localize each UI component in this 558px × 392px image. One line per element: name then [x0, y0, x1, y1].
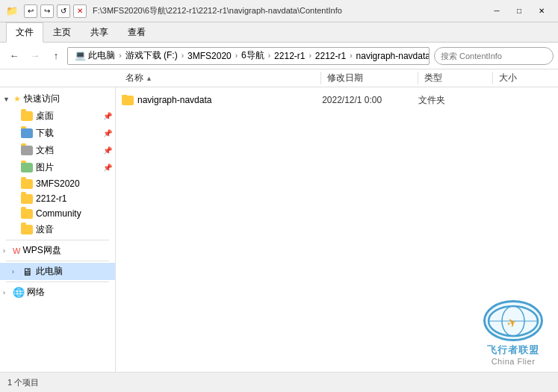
- minimize-btn[interactable]: ─: [486, 4, 507, 19]
- sort-arrow-name: ▲: [146, 75, 152, 82]
- pin-icon: 📌: [103, 164, 112, 172]
- crumb-r1a[interactable]: 2212-r1: [272, 50, 307, 62]
- ribbon: 文件 主页 共享 查看: [0, 22, 558, 43]
- pin-icon: 📌: [103, 112, 112, 120]
- logo-area: ✈ 飞行者联盟 China Flier: [483, 300, 543, 366]
- col-header-type[interactable]: 类型: [418, 72, 493, 84]
- folder-icon: [122, 96, 134, 105]
- status-bar: 1 个项目: [0, 372, 558, 392]
- sidebar-item-label: 2212-r1: [36, 193, 66, 204]
- crumb-drive[interactable]: 游戏下载 (F:): [123, 49, 180, 63]
- expand-arrow-quick: ▼: [3, 96, 10, 103]
- sidebar: ▼ ★ 快速访问 桌面 📌 下载 📌: [0, 87, 116, 372]
- folder-icon: [21, 163, 33, 172]
- folder-icon: [21, 111, 33, 121]
- title-path: F:\3MFS2020\6导航\2212-r1\2212-r1\navigrap…: [93, 5, 486, 16]
- sidebar-wps-header[interactable]: › W WPS网盘: [0, 242, 115, 259]
- sidebar-item-label: 文档: [36, 144, 54, 157]
- wps-label: WPS网盘: [22, 244, 61, 257]
- folder-icon: [21, 179, 33, 189]
- pin-icon: 📌: [103, 129, 112, 137]
- forward-history-btn[interactable]: ↪: [40, 4, 54, 18]
- folder-icon: [21, 194, 33, 204]
- delete-btn[interactable]: ✕: [73, 4, 87, 18]
- expand-arrow-network: ›: [3, 289, 10, 296]
- divider: [6, 281, 109, 282]
- logo-circle: ✈: [483, 300, 543, 341]
- status-text: 1 个项目: [7, 377, 39, 388]
- logo-text-english: China Flier: [492, 357, 536, 366]
- thispc-label: 此电脑: [36, 265, 63, 278]
- sidebar-item-label: 3MFS2020: [36, 178, 80, 189]
- forward-btn[interactable]: →: [25, 46, 45, 66]
- sidebar-item-3mfs2020[interactable]: 3MFS2020: [0, 176, 115, 191]
- sidebar-item-community[interactable]: Community: [0, 206, 115, 221]
- sidebar-section-quick-access: ▼ ★ 快速访问 桌面 📌 下载 📌: [0, 90, 115, 238]
- main-layout: ▼ ★ 快速访问 桌面 📌 下载 📌: [0, 87, 558, 372]
- file-date-cell: 2022/12/1 0:00: [322, 95, 418, 105]
- sidebar-item-label: Community: [36, 208, 81, 219]
- expand-arrow-wps: ›: [3, 247, 10, 255]
- sidebar-item-downloads[interactable]: 下载 📌: [0, 125, 115, 142]
- sidebar-section-network: › 🌐 网络: [0, 284, 115, 301]
- sidebar-section-wps: › W WPS网盘: [0, 242, 115, 259]
- folder-icon: [21, 128, 33, 138]
- logo-svg: ✈: [486, 302, 541, 340]
- sidebar-item-label: 图片: [36, 161, 54, 174]
- up-btn[interactable]: ↑: [46, 46, 66, 66]
- folder-icon: [21, 146, 33, 155]
- sidebar-item-label: 波音: [36, 223, 54, 236]
- quick-access-label: 快速访问: [24, 93, 60, 105]
- sidebar-quick-access-header[interactable]: ▼ ★ 快速访问: [0, 90, 115, 108]
- star-icon: ★: [13, 94, 21, 104]
- crumb-r1b[interactable]: 2212-r1: [313, 50, 348, 62]
- col-header-name[interactable]: 名称 ▲: [120, 72, 321, 84]
- tab-file[interactable]: 文件: [6, 22, 43, 43]
- crumb-6nav[interactable]: 6导航: [239, 49, 267, 63]
- pc-icon: 🖥: [22, 266, 33, 278]
- sidebar-item-desktop[interactable]: 桌面 📌: [0, 108, 115, 125]
- divider: [6, 261, 109, 261]
- address-bar[interactable]: 💻 此电脑 › 游戏下载 (F:) › 3MFS2020 › 6导航 › 221…: [67, 47, 430, 65]
- file-name-cell: navigraph-navdata: [122, 95, 322, 105]
- sidebar-item-label: 下载: [36, 127, 54, 140]
- network-icon: 🌐: [13, 287, 25, 298]
- network-label: 网络: [27, 286, 45, 299]
- window-controls: ─ □ ✕: [486, 4, 552, 19]
- sidebar-section-thispc: › 🖥 此电脑: [0, 263, 115, 280]
- logo-text-chinese: 飞行者联盟: [487, 343, 539, 357]
- tab-view[interactable]: 查看: [118, 22, 155, 42]
- svg-text:✈: ✈: [505, 315, 518, 330]
- crumb-navdata[interactable]: navigraph-navdata: [354, 50, 430, 62]
- sidebar-item-boyun[interactable]: 波音: [0, 221, 115, 238]
- sidebar-thispc-header[interactable]: › 🖥 此电脑: [0, 263, 115, 280]
- search-input[interactable]: [434, 47, 554, 65]
- folder-icon: [21, 225, 33, 234]
- crumb-3mfs[interactable]: 3MFS2020: [185, 50, 234, 62]
- nav-bar: ← → ↑ 💻 此电脑 › 游戏下载 (F:) › 3MFS2020 › 6导航…: [0, 43, 558, 69]
- col-header-size[interactable]: 大小: [493, 72, 553, 84]
- crumb-thispc[interactable]: 💻 此电脑: [72, 49, 117, 63]
- close-btn[interactable]: ✕: [531, 4, 552, 19]
- tab-home[interactable]: 主页: [43, 22, 81, 42]
- expand-arrow-thispc: ›: [12, 268, 19, 276]
- breadcrumb: 💻 此电脑 › 游戏下载 (F:) › 3MFS2020 › 6导航 › 221…: [72, 49, 430, 63]
- divider: [6, 240, 109, 240]
- wps-icon: W: [13, 246, 20, 255]
- undo-btn[interactable]: ↺: [57, 4, 70, 18]
- tab-share[interactable]: 共享: [81, 22, 118, 42]
- ribbon-tabs: 文件 主页 共享 查看: [0, 22, 558, 42]
- back-btn[interactable]: ←: [4, 46, 24, 66]
- file-type-cell: 文件夹: [418, 94, 492, 107]
- maximize-btn[interactable]: □: [509, 4, 530, 19]
- col-header-date[interactable]: 修改日期: [321, 72, 418, 84]
- sidebar-item-2212r1[interactable]: 2212-r1: [0, 191, 115, 206]
- sidebar-item-documents[interactable]: 文档 📌: [0, 142, 115, 159]
- back-history-btn[interactable]: ↩: [24, 4, 37, 18]
- column-headers: 名称 ▲ 修改日期 类型 大小: [0, 69, 558, 87]
- sidebar-network-header[interactable]: › 🌐 网络: [0, 284, 115, 301]
- sidebar-item-pictures[interactable]: 图片 📌: [0, 159, 115, 176]
- table-row[interactable]: navigraph-navdata 2022/12/1 0:00 文件夹: [116, 90, 558, 110]
- pin-icon: 📌: [103, 146, 112, 155]
- folder-nav-icon: 📁: [6, 5, 18, 16]
